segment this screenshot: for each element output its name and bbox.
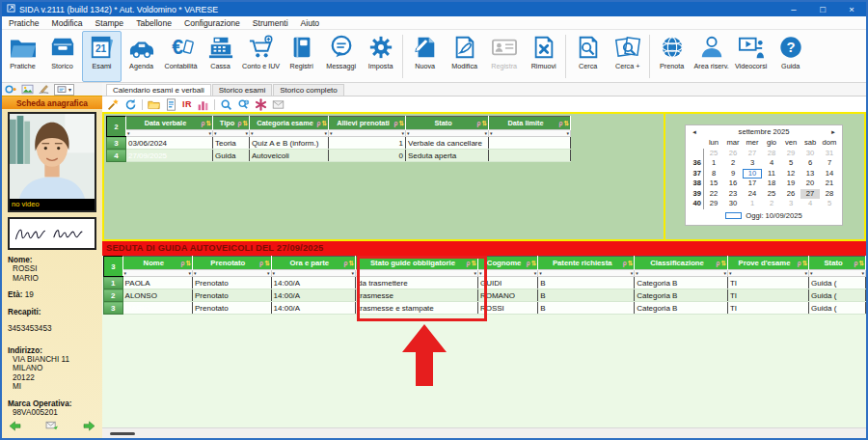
toolbar-button-edit-doc[interactable]: Modifica [445,31,484,82]
calendar-day[interactable]: 24 [743,189,762,200]
calendar-day[interactable]: 5 [781,158,800,169]
column-header-stato[interactable]: Statoρ⇅ [406,117,489,130]
table-cell[interactable]: Guida ( [809,302,866,315]
calendar-day[interactable]: 28 [820,189,839,200]
table-cell[interactable]: ROMANO [477,289,537,302]
column-filter-cell[interactable]: ▾▾ [809,270,866,277]
horizontal-scrollbar[interactable] [102,427,866,438]
table-cell[interactable]: 14:00/A [271,277,355,289]
table-cell[interactable]: Autoveicoli [250,150,329,162]
ir-button[interactable]: IR [182,97,192,111]
menu-item-aiuto[interactable]: Aiuto [301,18,320,28]
row-number[interactable]: 3 [104,302,123,315]
table-cell[interactable]: B [538,277,635,289]
toolbar-button-id-card[interactable]: Registra [484,31,524,82]
mail-icon[interactable] [272,97,285,111]
menu-item-strumenti[interactable]: Strumenti [253,18,288,28]
calendar-day[interactable]: 18 [762,179,781,189]
table-cell[interactable]: Categoria B [635,302,728,315]
column-header-tipo[interactable]: Tipoρ⇅ [213,117,250,130]
table-cell[interactable]: Guida [213,150,250,162]
column-filter-cell[interactable]: ▾▾ [356,270,478,277]
column-header-nome[interactable]: Nomeρ⇅ [122,257,192,270]
scrollbar-thumb[interactable] [110,432,135,435]
menu-item-tabellone[interactable]: Tabellone [136,18,172,28]
column-filter-cell[interactable]: ▾▾ [193,270,272,277]
maximize-button[interactable]: □ [808,2,837,16]
calendar-day[interactable]: 30 [723,199,743,209]
calendar-day[interactable]: 2 [762,199,781,209]
table-cell[interactable]: trasmesse e stampate [356,302,478,315]
table-cell[interactable]: B [538,302,635,315]
chart-icon[interactable] [197,97,209,111]
table-cell[interactable]: 03/06/2024 [126,137,213,150]
column-header-data-limite[interactable]: Data limiteρ⇅ [489,117,571,130]
row-number[interactable]: 4 [107,150,126,162]
toolbar-button-cart[interactable]: Conto e IUV [240,31,282,82]
table-cell[interactable]: Categoria B [635,277,728,289]
table-cell[interactable]: da trasmettere [356,277,478,289]
toolbar-button-archive[interactable]: Storico [42,31,82,82]
column-filter-cell[interactable]: ▾▾ [250,130,329,137]
calendar-day[interactable]: 28 [762,149,781,159]
table-cell[interactable]: Guida ( [809,289,866,302]
column-filter-cell[interactable]: ▾▾ [406,130,489,137]
table-cell[interactable]: Verbale da cancellare [406,137,489,150]
calendar-day[interactable]: 3 [781,199,800,209]
table-cell[interactable]: PAOLA [122,277,192,289]
row-number[interactable]: 1 [104,277,123,289]
calendar-day[interactable]: 4 [762,158,781,169]
calendar-day[interactable]: 12 [781,169,800,179]
column-header-classificazione[interactable]: Classificazioneρ⇅ [635,257,728,270]
table-cell[interactable]: 14:00/A [271,302,355,315]
toolbar-button-car[interactable]: Agenda [122,31,161,82]
minimize-button[interactable]: – [779,2,808,16]
toolbar-button-new-doc[interactable]: Nuova [405,31,445,82]
toolbar-button-search-doc[interactable]: Cerca [568,31,608,82]
toolbar-button-cash-register[interactable]: Cassa [201,31,240,82]
table-cell[interactable]: B [538,289,635,302]
calendar-day[interactable]: 2 [723,158,743,169]
calendar-day[interactable]: 31 [820,149,839,159]
calendar-day[interactable]: 29 [781,149,800,159]
calendar-next-button[interactable]: ► [830,129,836,135]
calendar-day[interactable]: 9 [723,169,743,179]
toolbar-button-folder[interactable]: Pratiche [3,31,42,82]
calendar-day[interactable]: 14 [820,169,839,179]
calendar-day[interactable]: 26 [781,189,800,200]
table-cell[interactable]: ROSSI [477,302,537,315]
toolbar-button-chat[interactable]: Messaggi [321,31,361,82]
table-cell[interactable]: 27/09/2025 [126,150,213,162]
table-cell[interactable] [489,137,571,150]
calendar-day[interactable]: 8 [704,169,723,179]
table-cell[interactable]: TI [727,302,808,315]
column-header-patente-richiesta[interactable]: Patente richiestaρ⇅ [538,257,635,270]
menu-item-configurazione[interactable]: Configurazione [184,18,240,28]
table-cell[interactable]: Seduta aperta [406,150,489,162]
table-cell[interactable]: 1 [329,137,406,150]
calendar-day[interactable]: 25 [704,149,723,159]
column-filter-cell[interactable]: ▾▾ [477,270,537,277]
calendar-day[interactable]: 22 [704,189,723,200]
scanner-dropdown-button[interactable]: ▾ [54,84,74,96]
table-cell[interactable]: Categoria B [635,289,728,302]
calendar-day[interactable]: 16 [723,179,743,189]
table-cell[interactable]: TI [727,289,808,302]
webcam-icon[interactable] [5,84,17,96]
column-header-prove-d-esame[interactable]: Prove d'esameρ⇅ [727,257,808,270]
calendar-day[interactable]: 3 [743,158,762,169]
column-filter-cell[interactable]: ▾▾ [213,130,250,137]
toolbar-button-video[interactable]: Videocorsi [731,31,771,82]
calendar-day[interactable]: 17 [743,179,762,189]
column-filter-cell[interactable]: ▾▾ [635,270,728,277]
calendar-day[interactable]: 30 [800,149,820,159]
table-cell[interactable] [489,150,571,162]
table-cell[interactable]: trasmesse [356,289,478,302]
column-filter-cell[interactable]: ▾▾ [271,270,355,277]
table-cell[interactable]: TI [727,277,808,289]
toolbar-button-globe[interactable]: Prenota [652,31,692,82]
magic-wand-icon[interactable] [107,97,120,111]
table-cell[interactable]: MARIO [122,302,192,315]
calendar-day[interactable]: 26 [723,149,743,159]
search-web-icon[interactable] [237,97,250,111]
